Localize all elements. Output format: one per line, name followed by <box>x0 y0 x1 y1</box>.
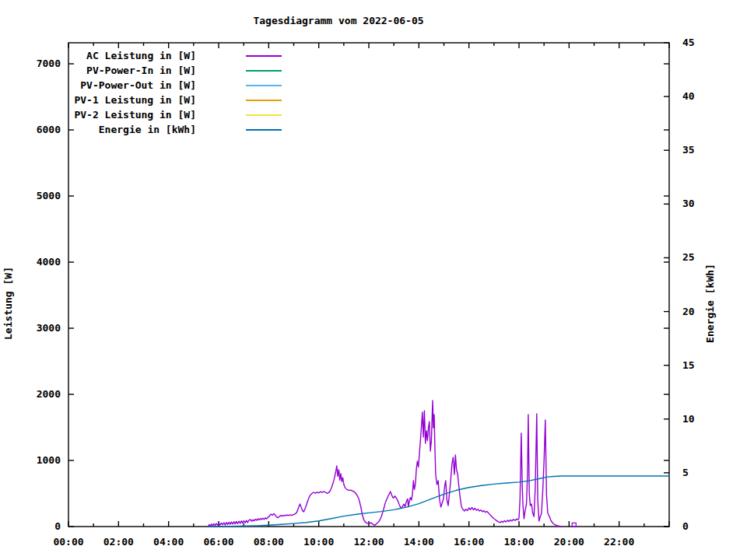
y1-tick-label: 2000 <box>37 388 61 400</box>
y2-tick-label: 10 <box>682 413 695 425</box>
x-tick-label: 18:00 <box>503 536 534 548</box>
x-tick-label: 06:00 <box>203 536 233 548</box>
y2-tick-label: 40 <box>682 90 695 102</box>
y1-tick-label: 4000 <box>37 256 61 268</box>
x-tick-label: 02:00 <box>103 536 134 548</box>
x-tick-label: 08:00 <box>254 536 284 548</box>
legend-label: PV-Power-In in [W] <box>86 65 196 76</box>
series-path-ac-leistung-in-w- <box>209 401 563 527</box>
y1-tick-label: 0 <box>54 520 61 532</box>
x-tick-label: 12:00 <box>353 536 384 548</box>
y1-tick-label: 5000 <box>37 190 61 201</box>
y2-tick-label: 45 <box>682 37 695 48</box>
y2-tick-label: 0 <box>682 520 689 532</box>
y2-tick-label: 15 <box>682 359 695 371</box>
y2-tick-label: 30 <box>682 198 695 209</box>
legend-label: AC Leistung in [W] <box>86 50 196 61</box>
y-axis-label-left: Leistung [W] <box>2 267 14 340</box>
legend-label: PV-1 Leistung in [W] <box>74 94 196 106</box>
legend-label: Energie in [kWh] <box>99 124 196 135</box>
y1-tick-label: 3000 <box>37 322 61 334</box>
y2-tick-label: 35 <box>682 144 695 156</box>
x-tick-label: 16:00 <box>454 536 484 548</box>
y1-tick-label: 1000 <box>37 454 61 466</box>
x-tick-label: 04:00 <box>153 536 184 548</box>
legend-label: PV-2 Leistung in [W] <box>74 109 196 121</box>
legend: AC Leistung in [W]PV-Power-In in [W]PV-P… <box>74 50 282 135</box>
x-tick-label: 14:00 <box>404 536 434 548</box>
legend-label: PV-Power-Out in [W] <box>80 79 196 91</box>
y2-tick-label: 5 <box>682 467 689 478</box>
data-series <box>209 401 670 527</box>
chart-canvas: Tagesdiagramm vom 2022-06-05 Leistung [W… <box>0 0 747 560</box>
x-tick-label: 20:00 <box>554 536 584 548</box>
y2-tick-label: 25 <box>682 251 695 263</box>
plot-area: Tagesdiagramm vom 2022-06-05 Leistung [W… <box>0 0 747 560</box>
x-tick-label: 22:00 <box>604 536 634 548</box>
y2-tick-label: 20 <box>682 306 695 317</box>
y1-tick-label: 6000 <box>37 124 61 135</box>
x-tick-label: 10:00 <box>303 536 334 548</box>
chart-title: Tagesdiagramm vom 2022-06-05 <box>253 15 423 26</box>
x-tick-label: 00:00 <box>53 536 83 548</box>
y-axis-label-right: Energie [kWh] <box>704 264 716 343</box>
y1-tick-label: 7000 <box>37 58 61 69</box>
